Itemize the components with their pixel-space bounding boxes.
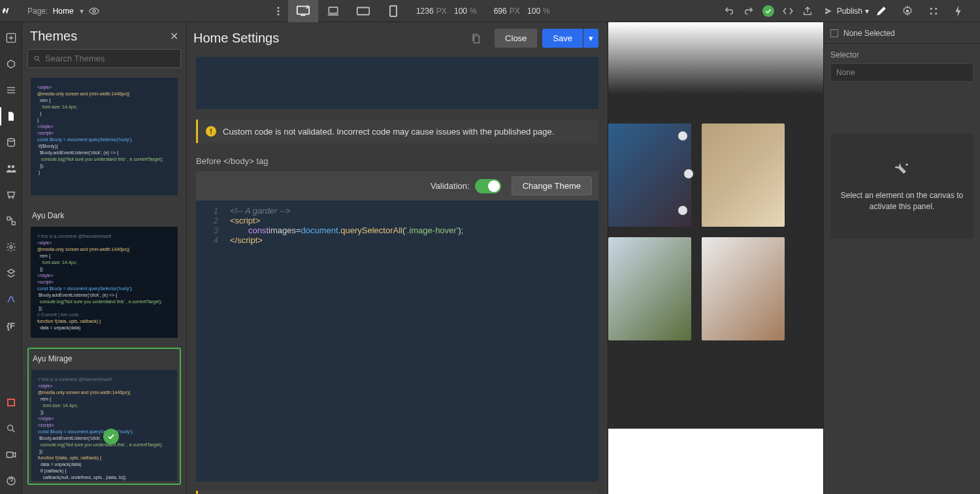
svg-point-29 bbox=[906, 163, 908, 166]
validation-label: Validation: bbox=[431, 181, 470, 191]
copy-icon[interactable] bbox=[471, 33, 489, 44]
svg-point-10 bbox=[930, 7, 932, 9]
viewport-height[interactable]: 696PX 100% bbox=[486, 7, 559, 16]
canvas-image[interactable] bbox=[702, 124, 785, 227]
svg-rect-8 bbox=[390, 6, 397, 16]
code-block-head bbox=[196, 57, 598, 109]
svg-point-23 bbox=[10, 246, 12, 248]
style-panel-icon[interactable] bbox=[875, 5, 902, 17]
selection-box-icon bbox=[830, 29, 838, 37]
svg-point-13 bbox=[935, 12, 937, 14]
canvas[interactable] bbox=[608, 22, 824, 494]
svg-rect-22 bbox=[12, 222, 15, 225]
svg-point-20 bbox=[11, 165, 14, 169]
more-icon[interactable] bbox=[269, 0, 288, 22]
preview-icon[interactable] bbox=[89, 6, 108, 16]
pages-icon[interactable] bbox=[0, 103, 22, 129]
svg-point-27 bbox=[35, 56, 39, 60]
svg-point-3 bbox=[277, 13, 279, 15]
before-body-label: Before </body> tag bbox=[196, 156, 598, 166]
close-icon[interactable]: ✕ bbox=[170, 30, 178, 42]
logic-icon[interactable] bbox=[0, 208, 22, 234]
settings-body[interactable]: ! Custom code is not validated. Incorrec… bbox=[187, 54, 608, 494]
themes-title: Themes bbox=[30, 29, 170, 44]
canvas-image[interactable] bbox=[608, 237, 691, 340]
status-ok-icon[interactable] bbox=[759, 5, 778, 17]
svg-point-24 bbox=[7, 425, 12, 431]
logo-icon[interactable] bbox=[0, 5, 22, 17]
interactions-panel-icon[interactable] bbox=[928, 5, 954, 17]
svg-point-19 bbox=[7, 165, 10, 169]
video-icon[interactable] bbox=[0, 442, 22, 468]
placeholder-text: Select an element on the canvas to activ… bbox=[840, 190, 964, 212]
settings-panel: Home Settings Close Save ▾ ! Custom code… bbox=[187, 22, 608, 494]
svg-point-9 bbox=[906, 9, 909, 12]
theme-card[interactable]: Ayu Dark // this is a comment @theonehim… bbox=[27, 205, 181, 341]
device-desktop-icon[interactable]: ★ bbox=[288, 0, 318, 22]
code-icon[interactable] bbox=[778, 0, 798, 22]
save-button[interactable]: Save bbox=[542, 29, 583, 48]
svg-point-11 bbox=[935, 7, 937, 9]
theme-name: Ayu Mirage bbox=[29, 349, 180, 367]
change-theme-button[interactable]: Change Theme bbox=[512, 176, 592, 195]
svg-rect-16 bbox=[7, 90, 15, 90]
canvas-image[interactable] bbox=[608, 124, 691, 227]
navigator-icon[interactable] bbox=[0, 77, 22, 103]
symbols-icon[interactable] bbox=[0, 51, 22, 77]
svg-rect-25 bbox=[7, 452, 12, 457]
svg-point-1 bbox=[277, 7, 279, 8]
svg-point-0 bbox=[93, 10, 95, 12]
close-button[interactable]: Close bbox=[495, 29, 537, 48]
device-mobile-icon[interactable] bbox=[378, 0, 408, 22]
variables-icon[interactable]: {F bbox=[0, 312, 22, 338]
settings-icon[interactable] bbox=[0, 234, 22, 260]
export-icon[interactable] bbox=[798, 0, 817, 22]
redo-icon[interactable] bbox=[739, 0, 759, 22]
selection-indicator: None Selected bbox=[824, 22, 980, 44]
settings-panel-icon[interactable] bbox=[902, 5, 928, 17]
code-editor[interactable]: 1<!-- A garder --> 2<script> 3const imag… bbox=[196, 201, 598, 482]
undo-icon[interactable] bbox=[719, 0, 739, 22]
svg-rect-17 bbox=[7, 92, 15, 93]
editor-toolbar: Validation: Change Theme bbox=[196, 171, 598, 201]
theme-preview: <style> @media only screen and (min-widt… bbox=[31, 78, 178, 195]
svg-rect-21 bbox=[7, 217, 10, 220]
flow-icon[interactable] bbox=[0, 286, 22, 312]
device-laptop-icon[interactable] bbox=[318, 0, 348, 22]
svg-rect-6 bbox=[329, 7, 337, 13]
svg-rect-28 bbox=[474, 36, 479, 43]
themes-list[interactable]: <style> @media only screen and (min-widt… bbox=[22, 74, 186, 494]
help-icon[interactable] bbox=[0, 468, 22, 494]
theme-card[interactable]: <style> @media only screen and (min-widt… bbox=[27, 77, 181, 199]
selector-field[interactable]: None bbox=[830, 63, 973, 82]
settings-title: Home Settings bbox=[193, 31, 471, 46]
effects-panel-icon[interactable] bbox=[954, 5, 980, 17]
viewport-width[interactable]: 1236PX 100% bbox=[408, 7, 486, 16]
svg-point-18 bbox=[7, 139, 14, 141]
search-field[interactable] bbox=[45, 54, 175, 63]
validation-toggle[interactable] bbox=[475, 179, 501, 193]
left-rail: {F bbox=[0, 22, 22, 494]
theme-card-selected[interactable]: Ayu Mirage // this is a comment @theoneh… bbox=[27, 348, 181, 485]
warning-banner: ! Custom code is not validated. Incorrec… bbox=[196, 120, 598, 143]
canvas-image[interactable] bbox=[702, 237, 785, 340]
users-icon[interactable] bbox=[0, 156, 22, 182]
warning-icon: ! bbox=[206, 126, 216, 137]
svg-rect-7 bbox=[357, 7, 369, 14]
add-element-icon[interactable] bbox=[0, 25, 22, 51]
page-selector[interactable]: Page: Home ▾ bbox=[22, 7, 89, 16]
publish-button[interactable]: Publish ▾ bbox=[817, 7, 875, 16]
svg-point-2 bbox=[277, 10, 279, 12]
warning-banner: ! Custom code is not validated. Incorrec… bbox=[196, 491, 598, 494]
ecommerce-icon[interactable] bbox=[0, 182, 22, 208]
apps-icon[interactable] bbox=[0, 260, 22, 286]
device-tablet-icon[interactable] bbox=[348, 0, 378, 22]
theme-preview: // this is a comment @theonehimself <sty… bbox=[31, 370, 177, 481]
cms-icon[interactable] bbox=[0, 129, 22, 156]
save-dropdown[interactable]: ▾ bbox=[583, 29, 598, 48]
search-input[interactable] bbox=[27, 49, 181, 68]
svg-rect-15 bbox=[7, 87, 15, 88]
search-icon[interactable] bbox=[0, 416, 22, 442]
style-placeholder: Select an element on the canvas to activ… bbox=[830, 134, 973, 239]
audit-icon[interactable] bbox=[0, 389, 22, 416]
